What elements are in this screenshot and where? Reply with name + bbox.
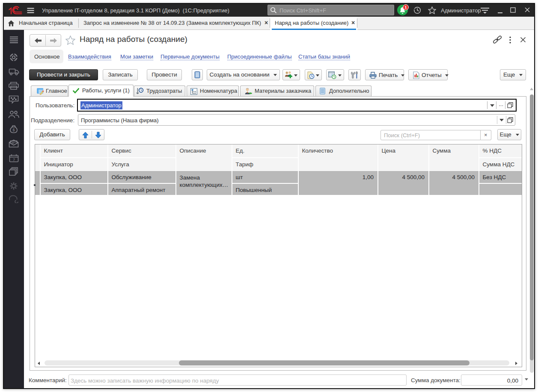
svg-text:7: 7 <box>13 158 15 162</box>
svg-text:$: $ <box>12 127 15 132</box>
